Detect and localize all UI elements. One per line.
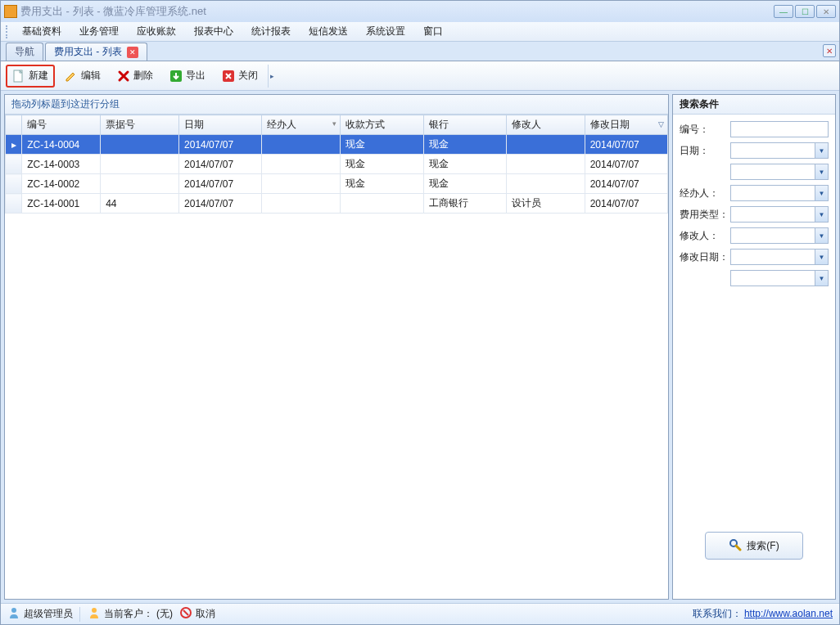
sort-desc-icon[interactable]: ▽ bbox=[658, 120, 664, 128]
status-contact: 联系我们： http://www.aolan.net bbox=[693, 607, 833, 621]
cell-mdate[interactable]: 2014/07/07 bbox=[585, 155, 667, 174]
dropdown-icon[interactable]: ▼ bbox=[815, 228, 828, 243]
close-button[interactable]: 关闭 bbox=[215, 65, 264, 88]
maximize-button[interactable]: ☐ bbox=[795, 5, 815, 18]
search-button[interactable]: 搜索(F) bbox=[705, 532, 803, 560]
cell-bill[interactable] bbox=[101, 155, 179, 174]
menu-report-center[interactable]: 报表中心 bbox=[186, 23, 242, 40]
edit-button-label: 编辑 bbox=[81, 69, 101, 83]
new-button[interactable]: 新建 bbox=[6, 65, 55, 88]
tab-close-icon[interactable]: ✕ bbox=[127, 47, 138, 58]
cell-date[interactable]: 2014/07/07 bbox=[179, 194, 262, 214]
export-button[interactable]: 导出 bbox=[163, 65, 212, 88]
col-mdate[interactable]: 修改日期▽ bbox=[585, 115, 667, 135]
cell-id[interactable]: ZC-14-0002 bbox=[22, 174, 101, 194]
col-date[interactable]: 日期 bbox=[179, 115, 262, 135]
col-id[interactable]: 编号 bbox=[22, 115, 101, 135]
menu-window[interactable]: 窗口 bbox=[415, 23, 451, 40]
export-icon bbox=[169, 70, 183, 83]
dropdown-icon[interactable]: ▼ bbox=[815, 250, 828, 264]
cell-bill[interactable] bbox=[101, 174, 179, 194]
tab-expense-list[interactable]: 费用支出 - 列表 ✕ bbox=[45, 43, 147, 61]
cell-handler[interactable] bbox=[262, 135, 341, 155]
menubar-grip bbox=[6, 25, 9, 38]
table-row[interactable]: ZC-14-00022014/07/07现金现金2014/07/07 bbox=[6, 174, 668, 194]
dropdown-icon[interactable]: ▼ bbox=[815, 143, 828, 158]
input-type[interactable] bbox=[730, 206, 829, 223]
cell-mdate[interactable]: 2014/07/07 bbox=[585, 194, 667, 214]
col-modifier[interactable]: 修改人 bbox=[506, 115, 585, 135]
cell-date[interactable]: 2014/07/07 bbox=[179, 174, 262, 194]
cell-pay[interactable]: 现金 bbox=[341, 155, 423, 174]
status-current-label: 当前客户： bbox=[104, 607, 153, 621]
dropdown-icon[interactable]: ▼ bbox=[815, 164, 828, 179]
cell-modifier[interactable]: 设计员 bbox=[506, 194, 585, 214]
input-mdate-from[interactable] bbox=[730, 249, 829, 265]
cell-bank[interactable]: 现金 bbox=[423, 174, 506, 194]
statusbar: 超级管理员 当前客户： (无) 取消 联系我们： http://www.aola… bbox=[1, 603, 839, 624]
input-handler[interactable] bbox=[730, 185, 829, 201]
cell-bank[interactable]: 现金 bbox=[423, 135, 506, 155]
magnifier-icon bbox=[729, 538, 742, 554]
grid-panel: 拖动列标题到这进行分组 编号 票据号 日期 经办人▾ 收款方式 银行 修改人 bbox=[4, 94, 669, 600]
row-indicator: ▸ bbox=[6, 135, 22, 155]
cell-handler[interactable] bbox=[262, 194, 341, 214]
minimize-button[interactable]: — bbox=[774, 5, 793, 18]
dropdown-icon[interactable]: ▼ bbox=[815, 271, 828, 286]
cell-modifier[interactable] bbox=[506, 174, 585, 194]
menu-business[interactable]: 业务管理 bbox=[71, 23, 127, 40]
menu-basic-data[interactable]: 基础资料 bbox=[14, 23, 70, 40]
input-date-to[interactable] bbox=[730, 164, 829, 180]
status-current-customer: 当前客户： (无) bbox=[88, 606, 173, 622]
table-row[interactable]: ZC-14-0001442014/07/07工商银行设计员2014/07/07 bbox=[6, 194, 668, 214]
cell-mdate[interactable]: 2014/07/07 bbox=[585, 135, 667, 155]
data-grid[interactable]: 编号 票据号 日期 经办人▾ 收款方式 银行 修改人 修改日期▽ ▸ZC-14-… bbox=[5, 115, 668, 599]
tab-navigation[interactable]: 导航 bbox=[6, 43, 43, 61]
input-modifier[interactable] bbox=[730, 227, 829, 244]
col-pay[interactable]: 收款方式 bbox=[341, 115, 423, 135]
cell-bill[interactable]: 44 bbox=[101, 194, 179, 214]
filter-icon[interactable]: ▾ bbox=[332, 119, 336, 128]
cell-id[interactable]: ZC-14-0001 bbox=[22, 194, 101, 214]
cell-date[interactable]: 2014/07/07 bbox=[179, 155, 262, 174]
table-row[interactable]: ▸ZC-14-00042014/07/07现金现金2014/07/07 bbox=[6, 135, 668, 155]
dropdown-icon[interactable]: ▼ bbox=[815, 186, 828, 200]
cell-pay[interactable] bbox=[341, 194, 423, 214]
input-mdate-to[interactable] bbox=[730, 270, 829, 286]
cell-handler[interactable] bbox=[262, 155, 341, 174]
new-page-icon bbox=[12, 70, 25, 83]
cell-handler[interactable] bbox=[262, 174, 341, 194]
input-date-from[interactable] bbox=[730, 142, 829, 159]
menu-settings[interactable]: 系统设置 bbox=[358, 23, 413, 40]
col-handler[interactable]: 经办人▾ bbox=[262, 115, 341, 135]
menu-sms[interactable]: 短信发送 bbox=[300, 23, 356, 40]
col-bill[interactable]: 票据号 bbox=[101, 115, 179, 135]
status-cancel[interactable]: 取消 bbox=[179, 606, 215, 622]
table-row[interactable]: ZC-14-00032014/07/07现金现金2014/07/07 bbox=[6, 155, 668, 174]
row-indicator-header bbox=[6, 115, 22, 135]
tabstrip-close-button[interactable]: ✕ bbox=[823, 44, 836, 57]
status-current-value: (无) bbox=[156, 607, 173, 621]
edit-button[interactable]: 编辑 bbox=[58, 65, 107, 88]
menu-stats[interactable]: 统计报表 bbox=[243, 23, 299, 40]
cell-bank[interactable]: 工商银行 bbox=[423, 194, 506, 214]
group-by-bar[interactable]: 拖动列标题到这进行分组 bbox=[5, 95, 668, 115]
cell-modifier[interactable] bbox=[506, 135, 585, 155]
cell-modifier[interactable] bbox=[506, 155, 585, 174]
cell-id[interactable]: ZC-14-0003 bbox=[22, 155, 101, 174]
cell-bill[interactable] bbox=[101, 135, 179, 155]
close-window-button[interactable]: ✕ bbox=[816, 5, 836, 18]
cell-pay[interactable]: 现金 bbox=[341, 174, 423, 194]
contact-link[interactable]: http://www.aolan.net bbox=[744, 608, 833, 619]
cell-pay[interactable]: 现金 bbox=[341, 135, 423, 155]
dropdown-icon[interactable]: ▼ bbox=[815, 207, 828, 222]
cell-date[interactable]: 2014/07/07 bbox=[179, 135, 262, 155]
cell-mdate[interactable]: 2014/07/07 bbox=[585, 174, 667, 194]
col-bank[interactable]: 银行 bbox=[423, 115, 506, 135]
input-id[interactable] bbox=[730, 121, 829, 137]
cell-id[interactable]: ZC-14-0004 bbox=[22, 135, 101, 155]
delete-button[interactable]: 删除 bbox=[111, 65, 160, 88]
menu-receivable[interactable]: 应收账款 bbox=[129, 23, 184, 40]
cell-bank[interactable]: 现金 bbox=[423, 155, 506, 174]
toolbar-overflow-button[interactable]: ▸ bbox=[268, 65, 276, 88]
